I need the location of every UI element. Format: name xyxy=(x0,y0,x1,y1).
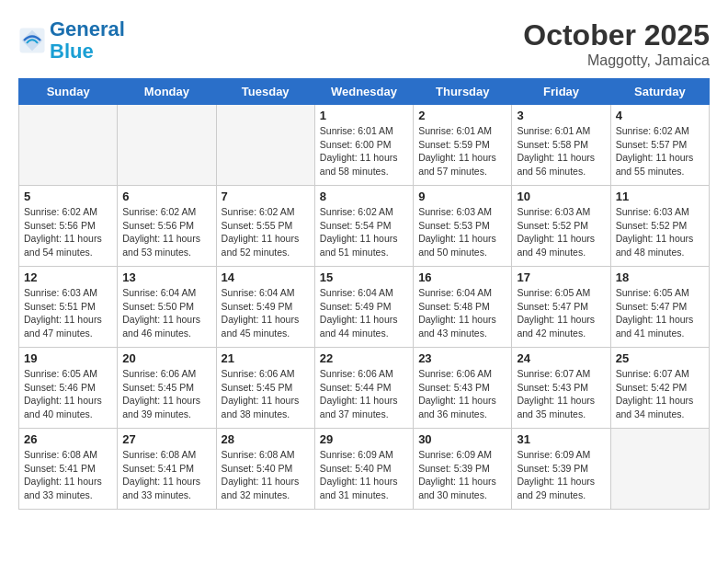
calendar-table: SundayMondayTuesdayWednesdayThursdayFrid… xyxy=(18,78,710,510)
day-number: 11 xyxy=(616,190,704,203)
day-number: 24 xyxy=(517,351,605,365)
day-number: 13 xyxy=(122,270,210,284)
day-number: 7 xyxy=(222,190,310,203)
weekday-header-cell: Saturday xyxy=(610,79,709,105)
day-info: Sunrise: 6:07 AMSunset: 5:42 PMDaylight:… xyxy=(616,367,704,421)
day-info: Sunrise: 6:02 AMSunset: 5:56 PMDaylight:… xyxy=(24,205,112,259)
logo-text: General Blue xyxy=(50,18,125,63)
logo-line1: General xyxy=(50,17,125,40)
day-number: 17 xyxy=(517,270,605,284)
weekday-header-cell: Thursday xyxy=(414,79,512,105)
calendar-week-row: 12Sunrise: 6:03 AMSunset: 5:51 PMDayligh… xyxy=(19,267,710,348)
day-info: Sunrise: 6:05 AMSunset: 5:46 PMDaylight:… xyxy=(24,367,112,421)
calendar-cell: 3Sunrise: 6:01 AMSunset: 5:58 PMDaylight… xyxy=(512,105,610,186)
day-info: Sunrise: 6:07 AMSunset: 5:43 PMDaylight:… xyxy=(517,367,605,421)
day-info: Sunrise: 6:03 AMSunset: 5:51 PMDaylight:… xyxy=(24,286,112,340)
day-info: Sunrise: 6:01 AMSunset: 5:59 PMDaylight:… xyxy=(418,124,506,178)
weekday-header-row: SundayMondayTuesdayWednesdayThursdayFrid… xyxy=(19,79,710,105)
day-number: 29 xyxy=(320,432,408,446)
calendar-cell: 14Sunrise: 6:04 AMSunset: 5:49 PMDayligh… xyxy=(216,267,314,348)
calendar-cell: 11Sunrise: 6:03 AMSunset: 5:52 PMDayligh… xyxy=(610,186,709,267)
calendar-cell: 23Sunrise: 6:06 AMSunset: 5:43 PMDayligh… xyxy=(414,348,512,429)
day-number: 12 xyxy=(24,270,112,284)
day-number: 4 xyxy=(616,109,704,122)
calendar-cell: 18Sunrise: 6:05 AMSunset: 5:47 PMDayligh… xyxy=(610,267,709,348)
day-info: Sunrise: 6:09 AMSunset: 5:40 PMDaylight:… xyxy=(320,448,408,502)
day-number: 30 xyxy=(418,432,506,446)
day-info: Sunrise: 6:04 AMSunset: 5:48 PMDaylight:… xyxy=(418,286,506,340)
calendar-cell: 1Sunrise: 6:01 AMSunset: 6:00 PMDaylight… xyxy=(314,105,413,186)
calendar-cell: 12Sunrise: 6:03 AMSunset: 5:51 PMDayligh… xyxy=(19,267,118,348)
calendar-cell: 8Sunrise: 6:02 AMSunset: 5:54 PMDaylight… xyxy=(314,186,413,267)
calendar-cell: 29Sunrise: 6:09 AMSunset: 5:40 PMDayligh… xyxy=(314,429,413,510)
day-number: 2 xyxy=(418,109,506,122)
location-title: Maggotty, Jamaica xyxy=(523,52,710,69)
calendar-cell: 31Sunrise: 6:09 AMSunset: 5:39 PMDayligh… xyxy=(512,429,610,510)
calendar-week-row: 19Sunrise: 6:05 AMSunset: 5:46 PMDayligh… xyxy=(19,348,710,429)
calendar-cell: 6Sunrise: 6:02 AMSunset: 5:56 PMDaylight… xyxy=(118,186,216,267)
day-number: 22 xyxy=(320,351,408,365)
calendar-cell: 7Sunrise: 6:02 AMSunset: 5:55 PMDaylight… xyxy=(216,186,314,267)
day-number: 9 xyxy=(418,190,506,203)
day-info: Sunrise: 6:01 AMSunset: 5:58 PMDaylight:… xyxy=(517,124,605,178)
day-info: Sunrise: 6:06 AMSunset: 5:43 PMDaylight:… xyxy=(418,367,506,421)
page-header: General Blue October 2025 Maggotty, Jama… xyxy=(18,18,710,69)
day-info: Sunrise: 6:06 AMSunset: 5:44 PMDaylight:… xyxy=(320,367,408,421)
calendar-cell xyxy=(610,429,709,510)
day-info: Sunrise: 6:04 AMSunset: 5:49 PMDaylight:… xyxy=(320,286,408,340)
weekday-header-cell: Tuesday xyxy=(216,79,314,105)
day-number: 1 xyxy=(320,109,408,122)
day-number: 25 xyxy=(616,351,704,365)
day-number: 16 xyxy=(418,270,506,284)
calendar-cell: 15Sunrise: 6:04 AMSunset: 5:49 PMDayligh… xyxy=(314,267,413,348)
calendar-cell: 19Sunrise: 6:05 AMSunset: 5:46 PMDayligh… xyxy=(19,348,118,429)
day-number: 8 xyxy=(320,190,408,203)
day-info: Sunrise: 6:05 AMSunset: 5:47 PMDaylight:… xyxy=(616,286,704,340)
calendar-cell: 9Sunrise: 6:03 AMSunset: 5:53 PMDaylight… xyxy=(414,186,512,267)
logo-line2: Blue xyxy=(50,40,94,63)
calendar-week-row: 1Sunrise: 6:01 AMSunset: 6:00 PMDaylight… xyxy=(19,105,710,186)
day-info: Sunrise: 6:05 AMSunset: 5:47 PMDaylight:… xyxy=(517,286,605,340)
day-info: Sunrise: 6:02 AMSunset: 5:55 PMDaylight:… xyxy=(222,205,310,259)
day-number: 10 xyxy=(517,190,605,203)
day-number: 19 xyxy=(24,351,112,365)
day-info: Sunrise: 6:09 AMSunset: 5:39 PMDaylight:… xyxy=(418,448,506,502)
title-block: October 2025 Maggotty, Jamaica xyxy=(523,18,710,69)
day-info: Sunrise: 6:03 AMSunset: 5:52 PMDaylight:… xyxy=(517,205,605,259)
calendar-cell: 21Sunrise: 6:06 AMSunset: 5:45 PMDayligh… xyxy=(216,348,314,429)
day-number: 20 xyxy=(122,351,210,365)
day-number: 26 xyxy=(24,432,112,446)
calendar-cell: 26Sunrise: 6:08 AMSunset: 5:41 PMDayligh… xyxy=(19,429,118,510)
day-info: Sunrise: 6:03 AMSunset: 5:53 PMDaylight:… xyxy=(418,205,506,259)
day-number: 23 xyxy=(418,351,506,365)
logo-icon xyxy=(18,27,46,54)
day-number: 21 xyxy=(222,351,310,365)
day-info: Sunrise: 6:04 AMSunset: 5:49 PMDaylight:… xyxy=(222,286,310,340)
calendar-cell: 22Sunrise: 6:06 AMSunset: 5:44 PMDayligh… xyxy=(314,348,413,429)
day-number: 31 xyxy=(517,432,605,446)
calendar-cell: 20Sunrise: 6:06 AMSunset: 5:45 PMDayligh… xyxy=(118,348,216,429)
day-number: 6 xyxy=(122,190,210,203)
day-info: Sunrise: 6:08 AMSunset: 5:40 PMDaylight:… xyxy=(222,448,310,502)
day-number: 5 xyxy=(24,190,112,203)
day-number: 14 xyxy=(222,270,310,284)
calendar-cell: 5Sunrise: 6:02 AMSunset: 5:56 PMDaylight… xyxy=(19,186,118,267)
day-number: 27 xyxy=(122,432,210,446)
calendar-cell: 17Sunrise: 6:05 AMSunset: 5:47 PMDayligh… xyxy=(512,267,610,348)
day-info: Sunrise: 6:06 AMSunset: 5:45 PMDaylight:… xyxy=(222,367,310,421)
logo: General Blue xyxy=(18,18,125,63)
day-info: Sunrise: 6:09 AMSunset: 5:39 PMDaylight:… xyxy=(517,448,605,502)
calendar-cell xyxy=(118,105,216,186)
weekday-header-cell: Sunday xyxy=(19,79,118,105)
month-title: October 2025 xyxy=(523,18,710,52)
day-number: 18 xyxy=(616,270,704,284)
day-number: 3 xyxy=(517,109,605,122)
calendar-cell xyxy=(19,105,118,186)
calendar-cell: 25Sunrise: 6:07 AMSunset: 5:42 PMDayligh… xyxy=(610,348,709,429)
day-info: Sunrise: 6:02 AMSunset: 5:57 PMDaylight:… xyxy=(616,124,704,178)
day-info: Sunrise: 6:08 AMSunset: 5:41 PMDaylight:… xyxy=(122,448,210,502)
day-info: Sunrise: 6:01 AMSunset: 6:00 PMDaylight:… xyxy=(320,124,408,178)
day-info: Sunrise: 6:04 AMSunset: 5:50 PMDaylight:… xyxy=(122,286,210,340)
calendar-week-row: 26Sunrise: 6:08 AMSunset: 5:41 PMDayligh… xyxy=(19,429,710,510)
day-info: Sunrise: 6:02 AMSunset: 5:56 PMDaylight:… xyxy=(122,205,210,259)
